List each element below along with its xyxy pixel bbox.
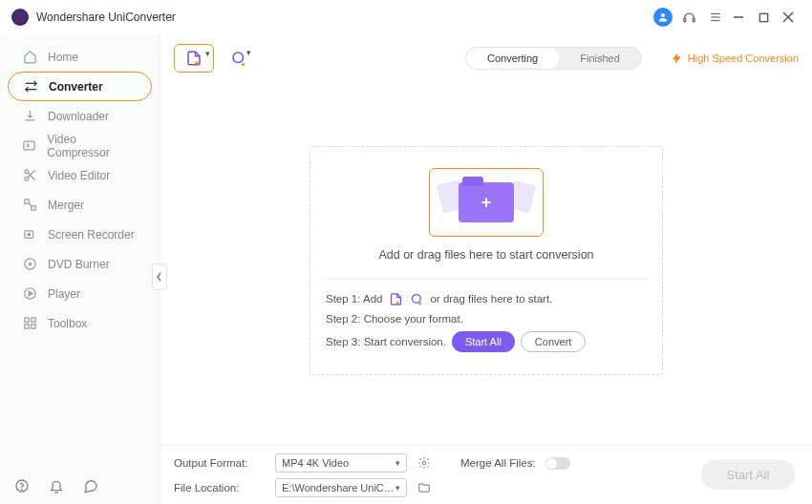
svg-rect-2 xyxy=(693,18,694,22)
content-area: + Add or drag files here to start conver… xyxy=(160,76,812,445)
sidebar-item-label: Downloader xyxy=(48,110,109,123)
svg-rect-24 xyxy=(31,325,34,328)
window-maximize-button[interactable] xyxy=(751,5,776,30)
svg-rect-14 xyxy=(31,206,34,210)
feedback-icon[interactable] xyxy=(82,477,99,494)
record-icon xyxy=(21,226,38,243)
sidebar-item-home[interactable]: Home xyxy=(8,42,152,72)
home-icon xyxy=(21,49,38,66)
converter-icon xyxy=(22,78,39,95)
sidebar-item-label: Home xyxy=(48,51,78,64)
window-close-button[interactable] xyxy=(776,5,801,30)
high-speed-label: High Speed Conversion xyxy=(688,52,799,64)
sidebar-item-label: Converter xyxy=(49,80,103,94)
add-folder-button[interactable]: + xyxy=(429,168,544,237)
sidebar-item-label: DVD Burner xyxy=(48,258,110,271)
convert-button[interactable]: Convert xyxy=(521,331,587,352)
app-logo-icon xyxy=(11,9,29,26)
sidebar-item-downloader[interactable]: Downloader xyxy=(8,101,152,131)
file-location-select[interactable]: E:\Wondershare UniConverter ▾ xyxy=(275,478,407,497)
output-format-value: MP4 4K Video xyxy=(282,457,349,469)
add-file-mini-icon[interactable] xyxy=(388,291,403,306)
add-from-device-button[interactable]: ▾ xyxy=(224,44,254,73)
output-format-label: Output Format: xyxy=(174,457,266,469)
svg-point-28 xyxy=(412,294,420,303)
chevron-down-icon: ▾ xyxy=(205,49,210,58)
sidebar-item-label: Toolbox xyxy=(48,317,87,330)
status-tabs: Converting Finished xyxy=(465,47,642,70)
svg-point-11 xyxy=(24,170,28,174)
grid-icon xyxy=(21,315,38,332)
download-icon xyxy=(21,108,38,125)
bell-icon[interactable] xyxy=(48,477,65,494)
step-2: Step 2: Choose your format. xyxy=(326,313,647,325)
sidebar-item-label: Player xyxy=(48,287,80,301)
sidebar-collapse-button[interactable] xyxy=(152,263,167,290)
svg-point-26 xyxy=(22,490,23,491)
add-device-mini-icon[interactable] xyxy=(409,291,424,306)
merge-label: Merge All Files: xyxy=(460,457,536,469)
sidebar-item-editor[interactable]: Video Editor xyxy=(8,160,152,190)
svg-rect-23 xyxy=(24,325,28,328)
step-1: Step 1: Add or drag files here to start. xyxy=(326,291,647,306)
sidebar-item-toolbox[interactable]: Toolbox xyxy=(8,308,152,338)
headset-icon[interactable] xyxy=(678,7,699,28)
merge-icon xyxy=(21,197,38,214)
steps-list: Step 1: Add or drag files here to start.… xyxy=(326,279,647,352)
titlebar: Wondershare UniConverter xyxy=(0,0,812,34)
app-title: Wondershare UniConverter xyxy=(36,10,176,24)
svg-rect-7 xyxy=(759,13,767,21)
svg-point-12 xyxy=(24,177,28,180)
toolbar: ▾ ▾ Converting Finished High Speed Conve… xyxy=(160,34,812,76)
sidebar-item-dvd[interactable]: DVD Burner xyxy=(8,249,152,279)
sidebar-item-label: Video Compressor xyxy=(47,133,139,159)
lightning-icon xyxy=(671,52,683,65)
chevron-down-icon: ▾ xyxy=(395,483,400,493)
window-minimize-button[interactable] xyxy=(726,5,751,30)
step-3-prefix: Step 3: Start conversion. xyxy=(326,336,446,347)
compress-icon xyxy=(21,137,37,155)
bottom-bar: Output Format: MP4 4K Video ▾ Merge All … xyxy=(160,445,812,504)
step-3: Step 3: Start conversion. Start All Conv… xyxy=(326,331,647,352)
add-files-button[interactable]: ▾ xyxy=(174,44,214,73)
user-avatar-icon[interactable] xyxy=(653,8,673,27)
file-location-label: File Location: xyxy=(174,482,266,494)
svg-point-27 xyxy=(233,52,244,63)
disc-icon xyxy=(21,256,38,273)
sidebar-item-converter[interactable]: Converter xyxy=(8,72,152,101)
sidebar-item-label: Screen Recorder xyxy=(48,228,135,242)
sidebar-item-recorder[interactable]: Screen Recorder xyxy=(8,220,152,249)
menu-icon[interactable] xyxy=(705,7,726,28)
open-folder-icon[interactable] xyxy=(417,480,432,495)
svg-rect-22 xyxy=(31,318,34,322)
svg-point-0 xyxy=(661,13,665,17)
step-1-prefix: Step 1: Add xyxy=(326,293,382,304)
svg-rect-21 xyxy=(24,318,28,322)
chevron-down-icon: ▾ xyxy=(395,458,400,468)
sidebar-item-merger[interactable]: Merger xyxy=(8,190,152,220)
help-icon[interactable] xyxy=(13,477,31,494)
folder-icon: + xyxy=(459,182,514,222)
dropzone[interactable]: + Add or drag files here to start conver… xyxy=(310,146,663,375)
high-speed-link[interactable]: High Speed Conversion xyxy=(671,52,799,65)
svg-point-18 xyxy=(29,262,32,265)
settings-icon[interactable] xyxy=(417,455,432,471)
chevron-down-icon: ▾ xyxy=(246,48,251,57)
start-all-main-button[interactable]: Start All xyxy=(701,459,795,490)
tab-converting[interactable]: Converting xyxy=(466,48,559,69)
sidebar-footer xyxy=(0,468,160,504)
merge-toggle[interactable] xyxy=(545,457,570,470)
tab-finished[interactable]: Finished xyxy=(559,48,641,69)
file-location-value: E:\Wondershare UniConverter xyxy=(282,482,395,494)
scissors-icon xyxy=(21,167,38,184)
svg-rect-1 xyxy=(683,18,685,22)
sidebar-item-player[interactable]: Player xyxy=(8,279,152,308)
svg-point-17 xyxy=(24,259,34,269)
svg-rect-13 xyxy=(24,200,28,203)
sidebar-item-compressor[interactable]: Video Compressor xyxy=(8,131,152,160)
svg-point-29 xyxy=(422,461,426,465)
start-all-button[interactable]: Start All xyxy=(452,331,515,352)
step-1-suffix: or drag files here to start. xyxy=(430,293,552,304)
output-format-select[interactable]: MP4 4K Video ▾ xyxy=(275,453,407,472)
dropzone-headline: Add or drag files here to start conversi… xyxy=(378,248,593,262)
